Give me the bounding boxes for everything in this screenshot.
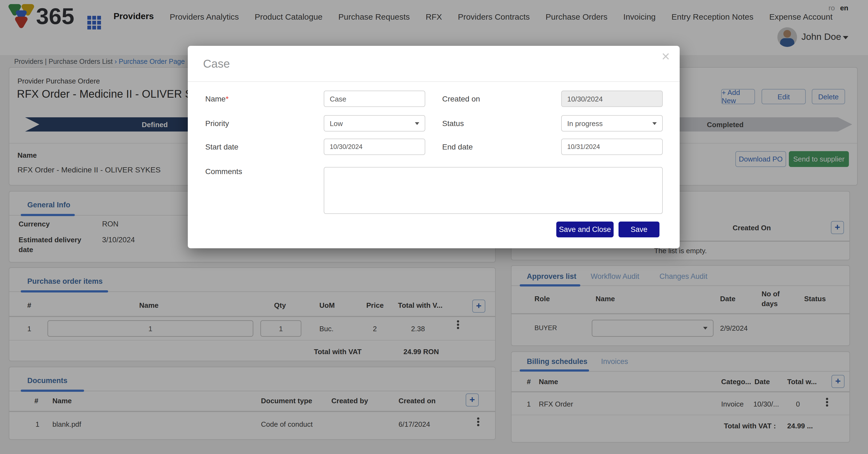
case-comments-label: Comments: [205, 167, 242, 176]
save-button[interactable]: Save: [619, 222, 659, 237]
case-status-label: Status: [442, 119, 464, 128]
case-created-label: Created on: [442, 94, 480, 103]
case-priority-select[interactable]: Low: [324, 115, 425, 131]
case-start-label: Start date: [205, 142, 238, 151]
case-comments-textarea[interactable]: [324, 167, 663, 214]
case-name-label: Name*: [205, 94, 229, 103]
case-end-input[interactable]: 10/31/2024: [561, 139, 663, 155]
case-created-input: 10/30/2024: [561, 91, 663, 107]
case-modal: Case × Name* Case Created on 10/30/2024 …: [188, 46, 680, 248]
case-priority-label: Priority: [205, 119, 229, 128]
modal-close-icon[interactable]: ×: [662, 48, 670, 65]
save-and-close-button[interactable]: Save and Close: [556, 222, 614, 237]
case-end-label: End date: [442, 142, 473, 151]
case-status-select[interactable]: In progress: [561, 115, 663, 131]
case-name-input[interactable]: Case: [324, 91, 425, 107]
case-start-input[interactable]: 10/30/2024: [324, 139, 425, 155]
modal-title: Case: [203, 57, 230, 70]
